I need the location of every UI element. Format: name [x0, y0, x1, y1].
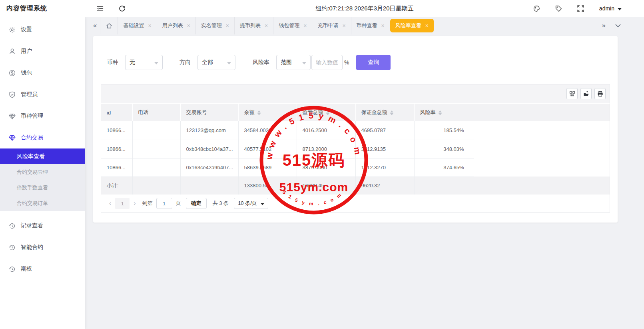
subtotal-cell: 9620.32	[355, 177, 414, 195]
main-panel: 币种 无 方向 全部 风险率 范围 % 查询	[93, 36, 618, 223]
direction-select[interactable]: 全部	[197, 55, 235, 70]
fullscreen-icon[interactable]	[577, 5, 584, 12]
sidebar-item[interactable]: 管理员	[0, 84, 85, 105]
tab[interactable]: 实名管理×	[195, 17, 234, 34]
close-icon[interactable]: ×	[148, 23, 151, 28]
filler-cell	[474, 177, 610, 195]
table-toolbar	[101, 84, 610, 104]
tab-actions-chevron-icon[interactable]	[614, 22, 622, 29]
tabs-scroll-left-icon[interactable]: «	[90, 22, 100, 30]
sidebar-item[interactable]: 设置	[0, 19, 85, 40]
sidebar: 设置用户钱包管理员币种管理合约交易风险率查看合约交易管理倍数手数查看合约交易订单…	[0, 17, 85, 329]
sidebar-item-label: 钱包	[21, 69, 32, 76]
sort-icon[interactable]	[439, 110, 442, 115]
goto-prefix-label: 到第	[142, 200, 153, 207]
table-cell	[132, 121, 180, 140]
gem-icon	[9, 134, 16, 141]
sort-icon[interactable]	[390, 110, 393, 115]
sort-icon[interactable]	[257, 110, 261, 115]
caret-down-icon	[154, 59, 158, 66]
table-cell: 0x163ce42a9b407...	[180, 158, 238, 177]
tab[interactable]: 风险率查看×	[390, 19, 434, 32]
close-icon[interactable]: ×	[265, 23, 268, 28]
sidebar-item-label: 币种管理	[21, 112, 43, 120]
close-icon[interactable]: ×	[381, 23, 385, 28]
confirm-button[interactable]: 确定	[186, 198, 207, 209]
goto-page-input[interactable]	[156, 198, 172, 209]
sidebar-item[interactable]: 记录查看	[0, 215, 85, 237]
table-cell	[132, 158, 180, 177]
tab-label: 充币申请	[317, 22, 338, 29]
table-cell: 3879.0000	[297, 158, 355, 177]
tabs-scroll-right-icon[interactable]: »	[599, 22, 609, 30]
export-icon[interactable]	[580, 88, 592, 99]
page-number[interactable]: 1	[115, 198, 130, 209]
tab[interactable]: 币种查看×	[351, 17, 390, 34]
close-icon[interactable]: ×	[342, 23, 345, 28]
currency-select-value: 无	[130, 59, 135, 66]
column-label: 交易账号	[186, 109, 207, 115]
gear-icon	[9, 26, 16, 33]
tab[interactable]: 提币列表×	[234, 17, 273, 34]
direction-select-value: 全部	[202, 59, 213, 66]
shield-check-icon	[9, 91, 16, 98]
prev-page-icon[interactable]: ‹	[108, 200, 113, 207]
close-icon[interactable]: ×	[303, 23, 307, 28]
caret-down-icon	[618, 5, 622, 12]
column-header: id	[101, 104, 132, 121]
sidebar-item[interactable]: 合约交易	[0, 127, 85, 148]
tab-label: 提币列表	[240, 22, 261, 29]
sidebar-subitem[interactable]: 风险率查看	[0, 148, 85, 164]
topbar: 内容管理系统 纽约:07:21:28 2026年3月20日星期五 admin	[0, 0, 644, 17]
sort-icon[interactable]	[326, 110, 329, 115]
sidebar-subitem[interactable]: 合约交易订单	[0, 195, 85, 211]
sidebar-item[interactable]: 钱包	[0, 62, 85, 84]
tab[interactable]: 充币申请×	[312, 17, 351, 34]
currency-select[interactable]: 无	[125, 55, 163, 70]
table-container: id电话交易账号余额盈亏总额保证金总额风险率 10866...123123@qq…	[101, 84, 610, 213]
sidebar-subitem[interactable]: 合约交易管理	[0, 164, 85, 180]
sidebar-item[interactable]: 币种管理	[0, 105, 85, 127]
columns-icon[interactable]	[566, 88, 578, 99]
tag-icon[interactable]	[555, 5, 562, 12]
tab-label: 风险率查看	[395, 22, 421, 29]
tab[interactable]: 用户列表×	[157, 17, 195, 34]
filler-cell	[474, 140, 610, 158]
home-tab[interactable]	[100, 17, 118, 34]
logo-area: 内容管理系统	[0, 4, 85, 13]
table-cell: 185.54%	[414, 121, 474, 140]
risk-value-input[interactable]	[311, 55, 343, 70]
refresh-icon[interactable]	[118, 5, 126, 12]
column-header[interactable]: 保证金总额	[355, 104, 414, 121]
sidebar-subitem[interactable]: 倍数手数查看	[0, 180, 85, 195]
sidebar-toggle-icon[interactable]	[96, 5, 104, 12]
tabbar: « 基础设置×用户列表×实名管理×提币列表×钱包管理×充币申请×币种查看×风险率…	[85, 17, 644, 34]
sidebar-item[interactable]: 智能合约	[0, 237, 85, 258]
column-header[interactable]: 余额	[238, 104, 297, 121]
palette-icon[interactable]	[533, 5, 540, 12]
risk-mode-select[interactable]: 范围	[276, 55, 311, 70]
close-icon[interactable]: ×	[187, 23, 190, 28]
column-header[interactable]: 盈亏总额	[297, 104, 355, 121]
page-size-select[interactable]: 10 条/页	[234, 198, 268, 209]
close-icon[interactable]: ×	[226, 23, 229, 28]
next-page-icon[interactable]: ›	[132, 200, 137, 207]
column-header: 交易账号	[180, 104, 238, 121]
user-menu[interactable]: admin	[599, 5, 622, 12]
close-icon[interactable]: ×	[425, 23, 429, 28]
print-icon[interactable]	[594, 88, 606, 99]
column-header[interactable]: 风险率	[414, 104, 474, 121]
tab[interactable]: 基础设置×	[118, 17, 156, 34]
table-cell: 374.65%	[414, 158, 474, 177]
sidebar-item-label: 管理员	[21, 91, 38, 98]
tab[interactable]: 钱包管理×	[273, 17, 312, 34]
table-cell: 348.03%	[414, 140, 474, 158]
search-button[interactable]: 查询	[356, 55, 391, 70]
table-header-row: id电话交易账号余额盈亏总额保证金总额风险率	[101, 104, 610, 121]
risk-label: 风险率	[253, 59, 269, 66]
sidebar-item[interactable]: 期权	[0, 258, 85, 280]
caret-down-icon	[302, 59, 306, 66]
sidebar-submenu: 风险率查看合约交易管理倍数手数查看合约交易订单	[0, 148, 85, 211]
sidebar-item[interactable]: 用户	[0, 40, 85, 62]
column-label: 余额	[244, 109, 255, 115]
